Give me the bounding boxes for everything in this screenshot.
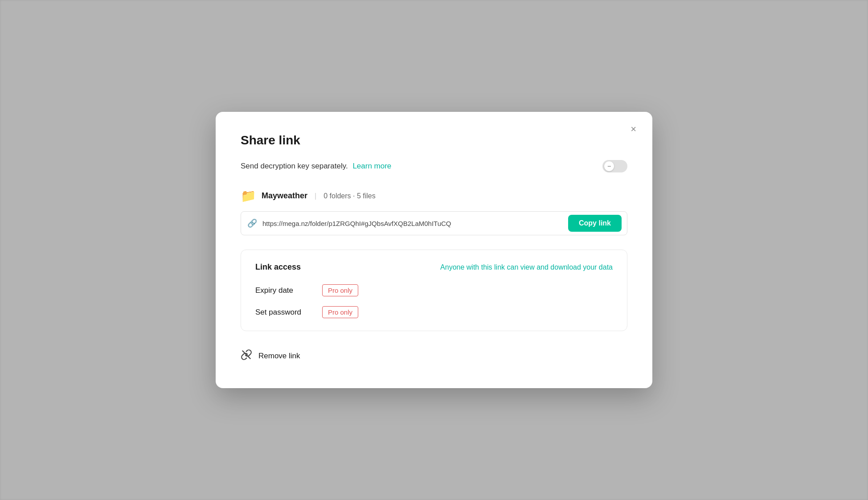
- remove-link-row[interactable]: Remove link: [241, 349, 627, 363]
- folder-icon: 📁: [241, 189, 256, 203]
- link-access-box: Link access Anyone with this link can vi…: [241, 250, 627, 331]
- folder-name: Mayweather: [262, 191, 307, 201]
- remove-link-icon: [241, 349, 252, 363]
- link-url-text: https://mega.nz/folder/p1ZRGQhI#gJQbsAvf…: [262, 220, 563, 227]
- folder-meta: 0 folders · 5 files: [323, 192, 376, 200]
- set-password-label: Set password: [255, 308, 313, 317]
- share-link-modal: × Share link Send decryption key separat…: [216, 112, 652, 388]
- link-url-row: 🔗 https://mega.nz/folder/p1ZRGQhI#gJQbsA…: [241, 211, 627, 235]
- set-password-pro-only-badge[interactable]: Pro only: [322, 306, 358, 318]
- link-access-header: Link access Anyone with this link can vi…: [255, 262, 613, 272]
- link-access-title: Link access: [255, 262, 301, 272]
- folder-divider: |: [315, 192, 316, 200]
- folder-row: 📁 Mayweather | 0 folders · 5 files: [241, 189, 627, 203]
- decryption-row: Send decryption key separately. Learn mo…: [241, 160, 627, 172]
- set-password-row: Set password Pro only: [255, 306, 613, 318]
- copy-link-button[interactable]: Copy link: [568, 215, 622, 232]
- decryption-toggle[interactable]: −: [602, 160, 627, 172]
- link-access-description: Anyone with this link can view and downl…: [440, 263, 613, 271]
- toggle-minus-icon: −: [604, 161, 614, 171]
- close-button[interactable]: ×: [627, 123, 640, 136]
- link-icon: 🔗: [247, 218, 257, 228]
- decryption-text: Send decryption key separately. Learn mo…: [241, 162, 391, 171]
- modal-title: Share link: [241, 133, 627, 148]
- expiry-date-label: Expiry date: [255, 286, 313, 295]
- expiry-date-pro-only-badge[interactable]: Pro only: [322, 284, 358, 296]
- svg-line-0: [242, 351, 250, 358]
- learn-more-link[interactable]: Learn more: [352, 162, 391, 170]
- expiry-date-row: Expiry date Pro only: [255, 284, 613, 296]
- remove-link-text: Remove link: [258, 352, 300, 361]
